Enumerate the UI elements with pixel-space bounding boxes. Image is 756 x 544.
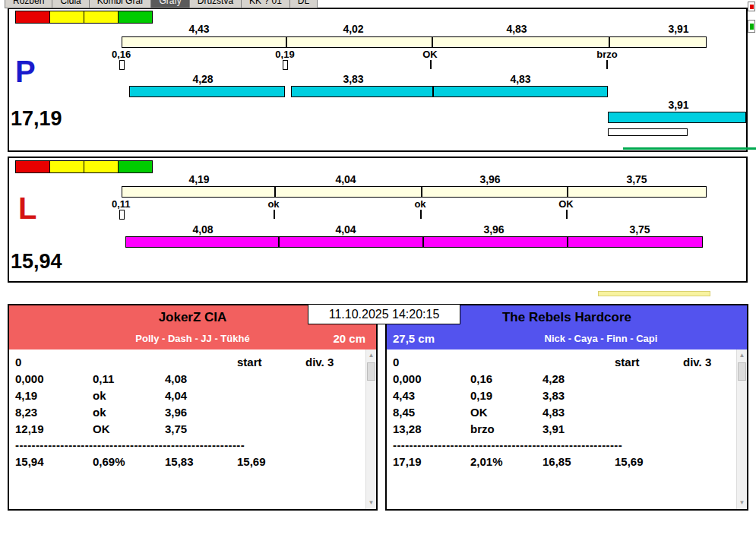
cell-total: 17,19 bbox=[393, 455, 422, 468]
cell-start: start bbox=[615, 356, 640, 368]
status-light-yellow bbox=[84, 160, 119, 173]
segment-divider bbox=[567, 236, 568, 248]
status-light-yellow bbox=[84, 11, 119, 24]
lane-p-run-time: 3,83 bbox=[343, 73, 363, 85]
tab-cidla[interactable]: Cidla bbox=[52, 0, 89, 8]
cell-cumulative: 4,19 bbox=[15, 389, 37, 402]
cell-cumulative: 8,45 bbox=[393, 406, 415, 419]
lane-p-status-lights bbox=[15, 11, 157, 24]
team-left-dogs: Polly - Dash - JJ - Tükhé bbox=[9, 333, 376, 344]
cell-crossing: OK bbox=[470, 406, 488, 419]
lane-l-label: L bbox=[18, 193, 36, 223]
status-light-yellow bbox=[49, 160, 84, 173]
sensor-marker bbox=[420, 210, 422, 219]
lane-p-timeline-bar bbox=[122, 36, 707, 48]
lane-l-split-time: 3,75 bbox=[626, 173, 647, 185]
sensor-marker bbox=[274, 210, 275, 219]
scrollbar-thumb[interactable] bbox=[738, 362, 746, 381]
lane-p-split-time: 3,91 bbox=[668, 23, 688, 35]
lane-p-crossing: 0,16 bbox=[112, 49, 131, 60]
scroll-up-icon[interactable]: ▲ bbox=[737, 349, 747, 362]
lane-l-split-time: 4,04 bbox=[335, 173, 356, 185]
team-left-panel: JokerZ CIA Polly - Dash - JJ - Tükhé 20 … bbox=[8, 304, 378, 511]
cell-record-time: 15,69 bbox=[237, 455, 266, 468]
lane-l-run-time: 4,08 bbox=[192, 223, 213, 236]
tab-label: KK ? 01 bbox=[249, 0, 282, 6]
scrollbar-thumb[interactable] bbox=[367, 362, 375, 381]
cell-time: 3,75 bbox=[165, 422, 187, 435]
scroll-down-icon[interactable]: ▼ bbox=[737, 497, 747, 509]
lane-p-run-bar bbox=[291, 86, 608, 97]
table-row: 4,43 0,19 3,83 bbox=[387, 389, 735, 404]
team-left-jump-height: 20 cm bbox=[333, 332, 365, 345]
team-right-scrollbar[interactable]: ▲ ▼ bbox=[736, 349, 747, 509]
lane-l-crossing: ok bbox=[267, 198, 279, 210]
tab-grafy[interactable]: Grafy bbox=[151, 0, 189, 8]
tab-label: Grafy bbox=[159, 0, 181, 6]
cell-time: 4,28 bbox=[542, 372, 565, 385]
tab-dl[interactable]: DL bbox=[290, 0, 318, 8]
team-right-panel: The Rebels Hardcore 27,5 cm Nick - Caya … bbox=[385, 304, 748, 511]
table-row: 8,45 OK 4,83 bbox=[387, 406, 735, 421]
table-row: 8,23 ok 3,96 bbox=[9, 406, 364, 421]
scroll-up-icon[interactable]: ▲ bbox=[366, 349, 376, 362]
segment-divider bbox=[422, 236, 424, 248]
table-row: 12,19 OK 3,75 bbox=[9, 422, 364, 438]
sensor-marker bbox=[119, 60, 125, 70]
lane-l-run-time: 3,75 bbox=[629, 223, 650, 236]
table-row: 0,000 0,11 4,08 bbox=[9, 372, 364, 387]
tab-label: DL bbox=[298, 0, 309, 6]
segment-divider bbox=[286, 36, 287, 48]
tab-druzstva[interactable]: Družstva bbox=[190, 0, 242, 8]
separator-dashes: ----------------------------------------… bbox=[393, 438, 622, 451]
lane-p-run-bar bbox=[608, 112, 746, 123]
sensor-marker bbox=[566, 210, 568, 219]
lane-p-run-time: 4,28 bbox=[192, 73, 213, 85]
segment-divider bbox=[567, 186, 568, 198]
cell-division: div. 3 bbox=[305, 356, 334, 368]
cell-time: 3,96 bbox=[165, 406, 187, 419]
tab-label: Družstva bbox=[198, 0, 233, 6]
status-light-red bbox=[15, 11, 50, 24]
table-totals-row: 17,19 2,01% 16,85 15,69 bbox=[387, 455, 735, 470]
sensor-marker bbox=[283, 60, 288, 70]
lane-p-split-time: 4,43 bbox=[188, 23, 209, 35]
tab-rozbeh[interactable]: Rozbeh bbox=[5, 0, 52, 8]
tab-kombi-graf[interactable]: Kombi Graf bbox=[90, 0, 152, 8]
tab-kk[interactable]: KK ? 01 bbox=[242, 0, 290, 8]
cell-cumulative: 13,28 bbox=[393, 422, 422, 435]
cell-time: 4,08 bbox=[165, 372, 187, 385]
cell-crossing: 0,19 bbox=[470, 389, 492, 402]
datetime-display: 11.10.2025 14:20:15 bbox=[308, 304, 460, 324]
lane-l-total-time: 15,94 bbox=[11, 251, 62, 272]
lane-p-total-time: 17,19 bbox=[11, 108, 62, 129]
table-row: 0,000 0,16 4,28 bbox=[387, 372, 735, 387]
lane-p-run-time: 3,91 bbox=[668, 99, 688, 111]
cell-total: 15,94 bbox=[15, 455, 44, 468]
team-left-scrollbar[interactable]: ▲ ▼ bbox=[365, 349, 376, 509]
cell-record-time: 15,69 bbox=[615, 455, 644, 468]
lane-l-run-time: 3,96 bbox=[483, 223, 504, 236]
status-light-red bbox=[15, 160, 50, 173]
lane-p-crossing: OK bbox=[422, 49, 438, 60]
segment-divider bbox=[278, 236, 280, 248]
scroll-down-icon[interactable]: ▼ bbox=[366, 497, 376, 509]
sensor-marker bbox=[119, 210, 125, 220]
separator-dashes: ----------------------------------------… bbox=[15, 438, 245, 451]
cell-crossing: 0,16 bbox=[470, 372, 492, 385]
lane-p-split-time: 4,83 bbox=[506, 23, 527, 35]
lane-l-timeline-bar bbox=[122, 186, 707, 198]
table-totals-row: 15,94 0,69% 15,83 15,69 bbox=[9, 455, 364, 470]
lane-p-empty-bar bbox=[608, 128, 688, 136]
cell-cumulative: 0,000 bbox=[15, 372, 44, 385]
red-indicator-icon bbox=[750, 5, 754, 9]
lane-p-run-bar bbox=[129, 86, 285, 97]
segment-divider bbox=[274, 186, 276, 198]
cell-position: 0 bbox=[393, 356, 399, 368]
sensor-marker bbox=[430, 60, 432, 69]
tab-label: Cidla bbox=[60, 0, 81, 6]
status-light-green bbox=[118, 160, 153, 173]
cell-cumulative: 12,19 bbox=[15, 422, 44, 435]
tab-label: Rozbeh bbox=[13, 0, 44, 6]
lane-l-run-bar bbox=[125, 236, 703, 248]
